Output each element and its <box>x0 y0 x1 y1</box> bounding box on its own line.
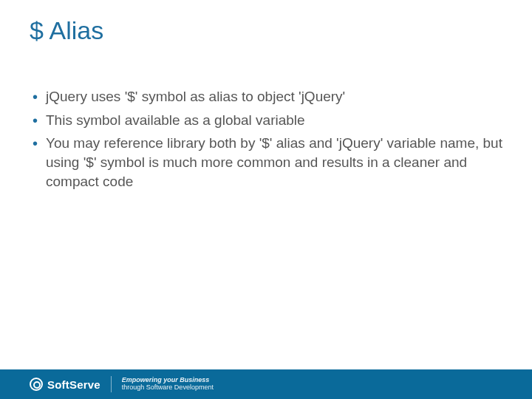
slide-title: $ Alias <box>30 16 103 45</box>
list-item: jQuery uses '$' symbol as alias to objec… <box>30 87 502 106</box>
brand-tagline: Empowering your Business through Softwar… <box>122 377 214 392</box>
brand-name: SoftServe <box>47 378 100 391</box>
bullet-list: jQuery uses '$' symbol as alias to objec… <box>30 87 502 195</box>
footer-divider <box>111 376 112 392</box>
brand-logo: SoftServe <box>30 378 100 391</box>
tagline-line2: through Software Development <box>122 384 214 392</box>
list-item: This symbol available as a global variab… <box>30 111 502 130</box>
footer-bar: SoftServe Empowering your Business throu… <box>0 369 532 399</box>
softserve-icon <box>30 378 43 391</box>
slide: $ Alias jQuery uses '$' symbol as alias … <box>0 0 532 399</box>
list-item: You may reference library both by '$' al… <box>30 134 502 191</box>
